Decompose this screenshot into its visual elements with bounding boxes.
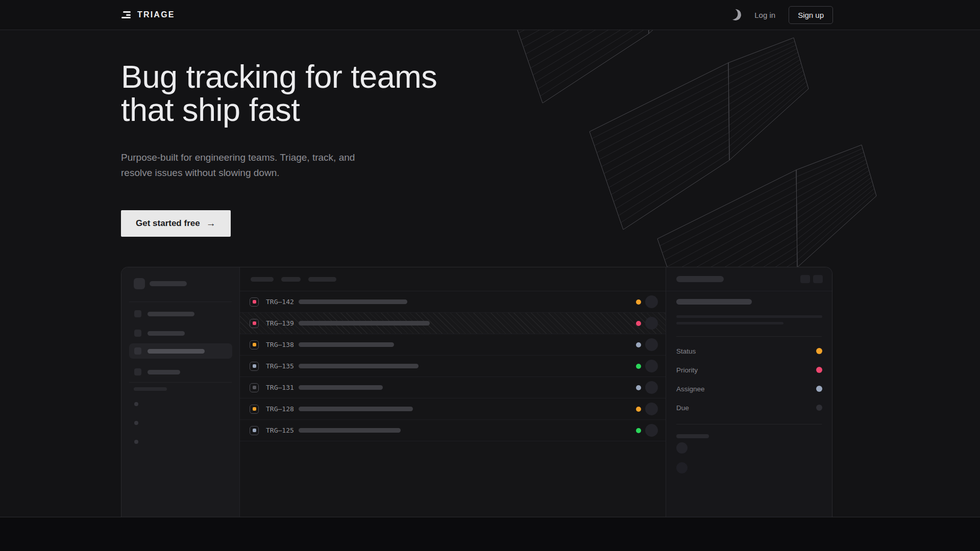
- sidebar-item-placeholder: [129, 364, 232, 380]
- hero-subtitle: Purpose-built for engineering teams. Tri…: [121, 150, 437, 181]
- signup-button[interactable]: Sign up: [789, 6, 833, 24]
- issue-id: TRG–125: [266, 427, 299, 434]
- detail-title-placeholder: [676, 276, 724, 282]
- footer: [0, 517, 980, 551]
- get-started-button[interactable]: Get started free →: [121, 210, 231, 237]
- list-dot: [134, 402, 138, 406]
- field-value-dot: [816, 348, 822, 354]
- detail-field-row: Status: [676, 346, 822, 356]
- issue-title-placeholder: [676, 299, 752, 305]
- issue-type-icon: [250, 297, 259, 307]
- field-label: Priority: [676, 366, 698, 374]
- nav-icon: [134, 368, 141, 375]
- issue-type-icon: [250, 362, 259, 371]
- field-label: Due: [676, 404, 689, 412]
- issue-list: TRG–142 TRG–139 TRG–138 TRG–135: [240, 267, 666, 517]
- issue-id: TRG–142: [266, 298, 299, 306]
- nav-icon: [134, 347, 141, 355]
- nav-icon: [134, 330, 141, 337]
- navbar: TRIAGE Log in Sign up: [0, 0, 980, 30]
- field-value-dot: [816, 367, 822, 373]
- preview-sidebar: [121, 267, 240, 517]
- issue-type-icon: [250, 426, 259, 435]
- issue-rows: TRG–142 TRG–139 TRG–138 TRG–135: [240, 291, 666, 441]
- issue-type-icon: [250, 319, 259, 328]
- issue-type-icon: [250, 383, 259, 392]
- detail-header: [666, 267, 832, 291]
- issue-id: TRG–131: [266, 384, 299, 391]
- field-label: Status: [676, 347, 696, 355]
- activity-label-placeholder: [676, 434, 709, 438]
- filter-pill: [251, 277, 274, 282]
- detail-field-row: Assignee: [676, 384, 822, 394]
- issue-detail-panel: Status Priority Assignee Due: [666, 267, 832, 517]
- assignee-avatar: [645, 317, 658, 330]
- detail-field-row: Priority: [676, 365, 822, 375]
- app-preview-panel: TRG–142 TRG–139 TRG–138 TRG–135: [121, 267, 832, 517]
- issue-title-placeholder: [299, 407, 413, 411]
- issue-id: TRG–128: [266, 405, 299, 413]
- detail-action-icon: [813, 275, 823, 283]
- filter-pill: [281, 277, 301, 282]
- issue-row: TRG–125: [240, 420, 666, 441]
- field-value-dot: [816, 405, 822, 411]
- workspace-switcher: [134, 278, 187, 289]
- issue-id: TRG–135: [266, 362, 299, 370]
- issue-row: TRG–138: [240, 334, 666, 356]
- issue-type-icon: [250, 405, 259, 414]
- status-dot: [636, 299, 641, 305]
- hero-section: Bug tracking for teams that ship fast Pu…: [121, 60, 437, 237]
- assignee-avatar: [645, 360, 658, 372]
- status-dot: [636, 385, 641, 390]
- issue-row: TRG–131: [240, 377, 666, 398]
- list-dot: [134, 421, 138, 425]
- navbar-actions: Log in Sign up: [730, 6, 833, 24]
- workspace-avatar: [134, 278, 145, 289]
- status-dot: [636, 428, 641, 433]
- issue-title-placeholder: [299, 342, 394, 347]
- status-dot: [636, 407, 641, 412]
- issue-row: TRG–128: [240, 398, 666, 420]
- landing-page: TRIAGE Log in Sign up Bug tracking for t…: [0, 0, 980, 551]
- nav-icon: [134, 310, 141, 317]
- sidebar-item-placeholder: [129, 325, 232, 341]
- issue-id: TRG–138: [266, 341, 299, 348]
- status-dot: [636, 342, 641, 347]
- arrow-right-icon: →: [206, 218, 216, 229]
- issue-title-placeholder: [299, 385, 383, 390]
- assignee-avatar: [645, 295, 658, 308]
- assignee-avatar: [645, 424, 658, 437]
- brand-logo[interactable]: TRIAGE: [121, 10, 175, 19]
- field-label: Assignee: [676, 385, 705, 393]
- description-line: [676, 322, 783, 324]
- issue-title-placeholder: [299, 299, 407, 304]
- section-label-placeholder: [134, 387, 167, 391]
- login-link[interactable]: Log in: [754, 11, 775, 19]
- sidebar-item-placeholder: [129, 306, 232, 321]
- brand-name: TRIAGE: [137, 10, 175, 19]
- status-dot: [636, 364, 641, 369]
- detail-action-icon: [800, 275, 810, 283]
- issue-row: TRG–142: [240, 291, 666, 313]
- detail-field-row: Due: [676, 403, 822, 413]
- list-dot: [134, 440, 138, 444]
- comment-avatar: [676, 442, 688, 454]
- issue-type-icon: [250, 340, 259, 349]
- workspace-name-placeholder: [150, 281, 187, 286]
- issue-title-placeholder: [299, 428, 401, 433]
- filter-pill: [308, 277, 336, 282]
- assignee-avatar: [645, 338, 658, 351]
- triage-bars-icon: [121, 11, 131, 18]
- hero-heading: Bug tracking for teams that ship fast: [121, 60, 437, 127]
- moon-icon[interactable]: [729, 8, 742, 21]
- comment-avatar: [676, 462, 688, 473]
- issue-row: TRG–135: [240, 356, 666, 377]
- assignee-avatar: [645, 403, 658, 415]
- field-value-dot: [816, 386, 822, 392]
- issue-title-placeholder: [299, 364, 419, 368]
- list-toolbar: [240, 267, 666, 291]
- status-dot: [636, 321, 641, 326]
- assignee-avatar: [645, 381, 658, 394]
- issue-title-placeholder: [299, 321, 430, 325]
- issue-row: TRG–139: [240, 313, 666, 334]
